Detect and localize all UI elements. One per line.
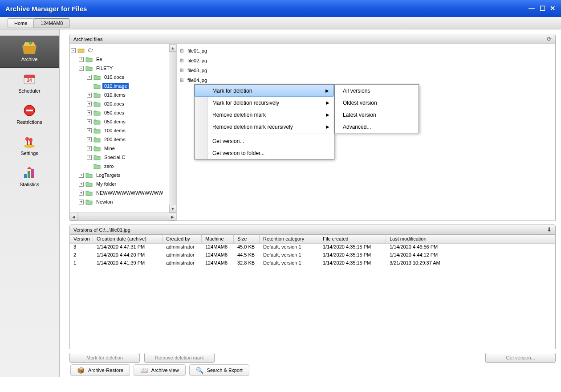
context-menu-item[interactable]: Remove deletion mark recursively▶ <box>195 121 334 133</box>
versions-table-body[interactable]: 31/14/2020 4:47:31 PMadministrator124MAM… <box>70 244 555 349</box>
expander-icon[interactable]: + <box>79 200 84 204</box>
context-submenu[interactable]: All versionsOldest versionLatest version… <box>334 84 419 133</box>
tab-archive-view[interactable]: 📖 Archive view <box>134 364 186 376</box>
context-menu-item[interactable]: Get version to folder... <box>195 147 334 159</box>
expander-icon[interactable]: - <box>71 48 76 53</box>
sidebar-item-statistics[interactable]: Statistics <box>0 161 59 192</box>
sidebar-item-restrictions[interactable]: Restrictions <box>0 99 59 130</box>
file-item[interactable]: 🗎file03.jpg <box>179 65 553 75</box>
scroll-left-icon[interactable]: ◀ <box>70 213 77 220</box>
tree-item[interactable]: +050.docs <box>71 108 176 117</box>
table-row[interactable]: 11/14/2020 4:41:39 PMadministrator124MAM… <box>70 260 555 268</box>
tree-item-label: 020.docs <box>102 101 126 107</box>
file-label: file01.jpg <box>187 48 207 53</box>
tree-item[interactable]: +LogTargets <box>71 171 176 180</box>
active-machine-tab[interactable]: 124MAM8 <box>34 18 69 28</box>
no-entry-icon <box>20 103 38 118</box>
expander-icon[interactable]: + <box>79 182 84 187</box>
expander-icon[interactable]: + <box>87 75 92 80</box>
expander-icon[interactable]: + <box>87 146 92 151</box>
sidebar-item-settings[interactable]: Settings <box>0 130 59 161</box>
file-label: file03.jpg <box>187 68 207 73</box>
expander-icon[interactable]: + <box>87 155 92 160</box>
expander-icon[interactable]: + <box>79 173 84 178</box>
context-menu-item[interactable]: Mark for deletion recursively▶ <box>195 97 334 109</box>
maximize-button[interactable]: ☐ <box>540 4 545 12</box>
context-menu-item[interactable]: Get version... <box>195 135 334 147</box>
tree-item-label: FILETY <box>94 65 114 71</box>
svg-text:24: 24 <box>27 78 32 83</box>
column-header[interactable]: Retention category <box>260 235 319 243</box>
sidebar-item-archive[interactable]: Archive <box>0 36 59 68</box>
tree-item[interactable]: +Special.C <box>71 153 176 162</box>
context-submenu-item[interactable]: Oldest version <box>335 97 419 109</box>
tree-item[interactable]: +Newton <box>71 197 176 206</box>
home-button[interactable]: Home <box>8 18 34 28</box>
table-row[interactable]: 21/14/2020 4:44:20 PMadministrator124MAM… <box>70 252 555 260</box>
scroll-down-icon[interactable]: ▼ <box>169 205 176 212</box>
context-menu[interactable]: Mark for deletion▶Mark for deletion recu… <box>194 84 334 159</box>
tree-item[interactable]: +Mine <box>71 144 176 153</box>
tree-item[interactable]: +My folder <box>71 180 176 188</box>
expander-icon[interactable]: + <box>79 57 84 62</box>
expander-icon[interactable]: + <box>87 119 92 124</box>
tab-search-export[interactable]: 🔍 Search & Export <box>189 364 249 376</box>
context-submenu-item[interactable]: All versions <box>335 85 419 97</box>
folder-icon <box>94 163 101 169</box>
column-header[interactable]: Creation date (archive) <box>93 235 163 243</box>
context-submenu-item[interactable]: Advanced... <box>335 121 419 133</box>
file-item[interactable]: 🗎file01.jpg <box>179 46 553 56</box>
context-menu-item[interactable]: Remove deletion mark▶ <box>195 109 334 121</box>
tree-item[interactable]: +200.items <box>71 135 176 144</box>
tree-horizontal-scrollbar[interactable]: ◀ ▶ <box>70 212 176 220</box>
expander-icon[interactable]: + <box>87 93 92 98</box>
context-menu-item[interactable]: Mark for deletion▶ <box>195 85 334 97</box>
file-item[interactable]: 🗎file02.jpg <box>179 56 553 65</box>
tree-item[interactable]: zero <box>71 162 176 171</box>
close-button[interactable]: ✕ <box>550 4 556 12</box>
get-version-button[interactable]: Get version... <box>485 353 556 363</box>
column-header[interactable]: File created <box>319 235 386 243</box>
tree-item[interactable]: +NEWWWWWWWWWWWWW <box>71 188 176 197</box>
tree-item[interactable]: +010.docs <box>71 73 176 82</box>
column-header[interactable]: Machine <box>202 235 234 243</box>
tree-item[interactable]: +020.docs <box>71 99 176 108</box>
expander-icon[interactable]: + <box>79 191 84 196</box>
expander-icon[interactable]: + <box>87 137 92 142</box>
breadcrumb-bar: Home 124MAM8 <box>0 17 561 29</box>
minimize-button[interactable]: — <box>528 4 535 12</box>
remove-deletion-mark-button[interactable]: Remove deletion mark <box>144 353 215 363</box>
app-title: Archive Manager for Files <box>5 5 87 12</box>
sidebar-item-scheduler[interactable]: 24 Scheduler <box>0 68 59 99</box>
folder-tree[interactable]: - C: +Ee-FILETY+010.docs010.image+010.it… <box>70 44 176 206</box>
tree-item[interactable]: +050.items <box>71 117 176 126</box>
tree-vertical-scrollbar[interactable]: ▲ ▼ <box>169 44 176 212</box>
tree-item[interactable]: +Ee <box>71 55 176 64</box>
context-submenu-item[interactable]: Latest version <box>335 109 419 121</box>
scroll-up-icon[interactable]: ▲ <box>169 44 176 52</box>
expander-icon[interactable]: - <box>79 66 84 71</box>
expander-icon[interactable]: + <box>87 102 92 106</box>
column-header[interactable]: Version <box>70 235 93 243</box>
column-header[interactable]: Last modification <box>386 235 555 243</box>
file-icon: 🗎 <box>179 77 186 84</box>
tab-archive-restore[interactable]: 📦 Archive-Restore <box>70 364 130 376</box>
tree-item[interactable]: -FILETY <box>71 64 176 73</box>
tree-root[interactable]: - C: <box>71 46 176 55</box>
refresh-icon[interactable]: ⟳ <box>547 36 552 42</box>
svg-marker-15 <box>27 167 32 169</box>
mark-for-deletion-button[interactable]: Mark for deletion <box>69 353 140 363</box>
tree-item[interactable]: 010.image <box>71 82 176 90</box>
folder-icon <box>94 83 101 89</box>
submenu-arrow-icon: ▶ <box>325 88 329 93</box>
expander-icon[interactable]: + <box>87 128 92 133</box>
tree-item[interactable]: +010.items <box>71 90 176 99</box>
column-header[interactable]: Created by <box>163 235 202 243</box>
column-header[interactable]: Size <box>234 235 260 243</box>
tree-item[interactable]: +100.items <box>71 126 176 135</box>
scroll-right-icon[interactable]: ▶ <box>169 213 176 220</box>
table-row[interactable]: 31/14/2020 4:47:31 PMadministrator124MAM… <box>70 244 555 252</box>
expander-icon[interactable]: + <box>87 110 92 115</box>
file-item[interactable]: 🗎file04.jpg <box>179 75 553 85</box>
dropdown-indicator-icon[interactable]: ⬇ <box>547 226 552 233</box>
